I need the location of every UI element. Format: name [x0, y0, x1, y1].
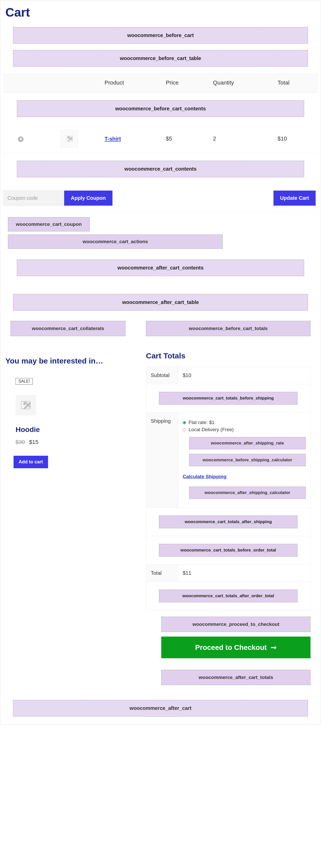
hook-cart-actions: woocommerce_cart_actions — [8, 235, 223, 249]
placeholder-image-icon — [21, 401, 31, 409]
hook-totals-before-shipping: woocommerce_cart_totals_before_shipping — [159, 392, 297, 405]
hook-before-cart-totals: woocommerce_before_cart_totals — [146, 321, 311, 336]
item-price: $5 — [161, 125, 208, 153]
cart-table: Product Price Quantity Total woocommerce… — [3, 73, 318, 284]
sale-badge: SALE! — [16, 378, 33, 385]
shipping-label: Shipping — [146, 412, 178, 508]
hook-cart-contents: woocommerce_cart_contents — [17, 161, 304, 177]
lower-columns: woocommerce_cart_collaterals You may be … — [10, 321, 311, 690]
col-total: Total — [273, 73, 318, 93]
cart-totals-heading: Cart Totals — [146, 351, 311, 360]
hook-proceed-to-checkout: woocommerce_proceed_to_checkout — [161, 617, 311, 632]
hook-before-cart-contents: woocommerce_before_cart_contents — [17, 100, 304, 117]
hook-after-shipping-calculator: woocommerce_after_shipping_calculator — [189, 487, 306, 499]
cart-actions-row: Apply Coupon Update Cart — [3, 185, 318, 212]
product-name-link[interactable]: T-shirt — [105, 136, 121, 142]
page-title: Cart — [5, 5, 318, 20]
price-old: $30 — [16, 439, 25, 445]
add-to-cart-button[interactable]: Add to cart — [13, 456, 48, 468]
hook-after-cart-totals: woocommerce_after_cart_totals — [161, 670, 311, 685]
apply-coupon-button[interactable]: Apply Coupon — [64, 191, 113, 206]
hook-after-cart: woocommerce_after_cart — [13, 700, 308, 716]
cart-table-wrap: Product Price Quantity Total woocommerce… — [3, 73, 318, 284]
col-remove — [3, 73, 38, 93]
cart-page: Cart woocommerce_before_cart woocommerce… — [0, 0, 321, 724]
col-thumb — [38, 73, 100, 93]
cross-sells-column: woocommerce_cart_collaterals You may be … — [10, 321, 125, 690]
cart-item-row: ✕ T-shirt $5 2 $10 — [3, 125, 318, 153]
hook-cart-collaterals: woocommerce_cart_collaterals — [10, 321, 125, 336]
arrow-right-icon: ➞ — [271, 643, 276, 652]
total-value: $11 — [178, 564, 311, 582]
interest-heading: You may be interested in… — [5, 356, 125, 365]
subtotal-label: Subtotal — [146, 367, 178, 384]
subtotal-value: $10 — [178, 367, 311, 384]
update-cart-button[interactable]: Update Cart — [273, 191, 316, 206]
shipping-flat-label: Flat rate: $1 — [188, 420, 214, 425]
item-quantity: 2 — [208, 125, 273, 153]
coupon-input[interactable] — [3, 190, 64, 206]
hook-before-shipping-calculator: woocommerce_before_shipping_calculator — [189, 454, 306, 466]
proceed-wrap: woocommerce_proceed_to_checkout Proceed … — [161, 617, 311, 685]
price-new: $15 — [29, 439, 38, 445]
hook-after-shipping-rate: woocommerce_after_shipping_rate — [189, 437, 306, 449]
placeholder-image-icon — [66, 136, 72, 142]
shipping-option-local[interactable]: Local Delivery (Free) — [183, 427, 306, 432]
proceed-label: Proceed to Checkout — [195, 644, 267, 651]
hook-cart-coupon: woocommerce_cart_coupon — [8, 217, 90, 231]
item-total: $10 — [273, 125, 318, 153]
cart-totals-column: woocommerce_before_cart_totals Cart Tota… — [146, 321, 311, 690]
shipping-radio-local[interactable] — [183, 428, 186, 431]
remove-item-icon[interactable]: ✕ — [18, 136, 24, 142]
cart-totals-table: Subtotal $10 woocommerce_cart_totals_bef… — [146, 367, 311, 610]
col-price: Price — [161, 73, 208, 93]
interest-product-thumb[interactable] — [16, 395, 36, 415]
hook-before-cart: woocommerce_before_cart — [13, 27, 308, 44]
hook-totals-after-shipping: woocommerce_cart_totals_after_shipping — [159, 516, 297, 528]
col-product: Product — [100, 73, 161, 93]
shipping-option-flat[interactable]: Flat rate: $1 — [183, 420, 306, 425]
total-label: Total — [146, 564, 178, 582]
hook-after-cart-table: woocommerce_after_cart_table — [13, 294, 308, 311]
col-quantity: Quantity — [208, 73, 273, 93]
calculate-shipping-link[interactable]: Calculate Shipping — [183, 474, 227, 479]
interest-price: $30 $15 — [16, 439, 125, 445]
hook-after-cart-contents: woocommerce_after_cart_contents — [17, 259, 304, 276]
shipping-local-label: Local Delivery (Free) — [188, 427, 234, 432]
shipping-radio-flat[interactable] — [183, 421, 186, 424]
proceed-to-checkout-button[interactable]: Proceed to Checkout ➞ — [161, 637, 311, 658]
hook-before-cart-table: woocommerce_before_cart_table — [13, 50, 308, 67]
hook-totals-after-order-total: woocommerce_cart_totals_after_order_tota… — [159, 590, 297, 602]
product-thumbnail[interactable] — [60, 130, 78, 148]
interest-product-name: Hoodie — [16, 426, 125, 434]
hook-totals-before-order-total: woocommerce_cart_totals_before_order_tot… — [159, 544, 297, 557]
